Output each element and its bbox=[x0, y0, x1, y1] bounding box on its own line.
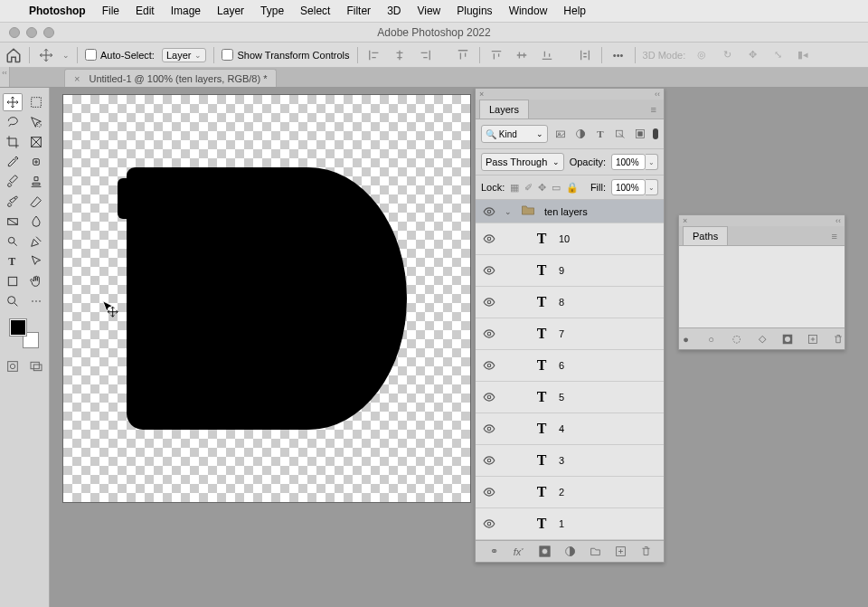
add-mask-path-icon[interactable] bbox=[781, 333, 794, 346]
type-tool[interactable]: T bbox=[3, 252, 23, 270]
menu-image[interactable]: Image bbox=[171, 5, 201, 17]
3d-slide-icon[interactable]: ⤡ bbox=[769, 46, 787, 64]
menu-select[interactable]: Select bbox=[300, 5, 330, 17]
dodge-tool[interactable] bbox=[3, 232, 23, 251]
collapse-panel-icon[interactable]: ‹‹ bbox=[655, 90, 660, 99]
quick-select-tool[interactable] bbox=[26, 113, 46, 131]
move-tool[interactable] bbox=[3, 93, 23, 111]
layer-item[interactable]: T9 bbox=[476, 255, 664, 287]
canvas-area[interactable]: ×‹‹ Layers ≡ 🔍 Kind⌄ T Pas bbox=[50, 88, 868, 607]
close-tab-icon[interactable]: × bbox=[74, 73, 80, 84]
layer-fx-icon[interactable]: fx˅ bbox=[513, 545, 525, 558]
menu-layer[interactable]: Layer bbox=[217, 5, 244, 17]
zoom-tool[interactable] bbox=[3, 292, 23, 310]
layer-item[interactable]: T7 bbox=[476, 318, 664, 350]
brush-tool[interactable] bbox=[3, 173, 23, 191]
fill-input[interactable]: 100% bbox=[611, 179, 646, 195]
menu-type[interactable]: Type bbox=[260, 5, 284, 17]
close-panel-icon[interactable]: × bbox=[683, 216, 687, 225]
foreground-color[interactable] bbox=[10, 319, 26, 336]
fill-path-icon[interactable]: ● bbox=[680, 333, 693, 346]
document-canvas[interactable] bbox=[63, 95, 470, 502]
visibility-icon[interactable] bbox=[483, 205, 495, 218]
layer-group[interactable]: ⌄ ten layers bbox=[476, 200, 664, 223]
blur-tool[interactable] bbox=[26, 213, 46, 231]
pen-tool[interactable] bbox=[26, 232, 46, 251]
lock-position-icon[interactable]: ✥ bbox=[538, 182, 546, 194]
quickmask-toggle[interactable] bbox=[3, 357, 23, 375]
stroke-path-icon[interactable]: ○ bbox=[705, 333, 718, 346]
fill-caret[interactable]: ⌄ bbox=[646, 179, 658, 195]
auto-select-checkbox[interactable]: Auto-Select: bbox=[85, 49, 155, 61]
menu-help[interactable]: Help bbox=[563, 5, 586, 17]
layer-name[interactable]: 4 bbox=[559, 423, 564, 434]
visibility-icon[interactable] bbox=[483, 296, 495, 308]
paths-panel-menu-icon[interactable]: ≡ bbox=[823, 227, 844, 245]
frame-tool[interactable] bbox=[26, 133, 46, 151]
opacity-caret[interactable]: ⌄ bbox=[646, 154, 658, 170]
gradient-tool[interactable] bbox=[3, 213, 23, 231]
distribute-top-icon[interactable] bbox=[487, 46, 505, 64]
layer-name[interactable]: 10 bbox=[559, 233, 570, 244]
lock-artboard-icon[interactable]: ▭ bbox=[552, 182, 561, 194]
home-icon[interactable] bbox=[5, 47, 22, 63]
layer-name[interactable]: 9 bbox=[559, 265, 564, 276]
delete-layer-icon[interactable] bbox=[639, 545, 652, 558]
layer-item[interactable]: T5 bbox=[476, 382, 664, 413]
eyedropper-tool[interactable] bbox=[3, 153, 23, 171]
layers-tab[interactable]: Layers bbox=[479, 100, 529, 119]
filter-type-icon[interactable]: T bbox=[593, 127, 608, 141]
align-left-icon[interactable] bbox=[365, 46, 383, 64]
layer-name[interactable]: 7 bbox=[559, 328, 564, 339]
shape-tool[interactable] bbox=[3, 272, 23, 290]
auto-select-target-dropdown[interactable]: Layer⌄ bbox=[162, 48, 207, 62]
close-window-button[interactable] bbox=[9, 27, 20, 38]
more-options-icon[interactable]: ••• bbox=[609, 46, 627, 64]
menu-3d[interactable]: 3D bbox=[387, 5, 401, 17]
layer-item[interactable]: T1 bbox=[476, 508, 664, 540]
new-adjustment-icon[interactable] bbox=[563, 545, 576, 558]
visibility-icon[interactable] bbox=[483, 327, 495, 340]
blend-mode-dropdown[interactable]: Pass Through⌄ bbox=[481, 153, 564, 171]
new-path-icon[interactable] bbox=[807, 333, 819, 346]
layer-item[interactable]: T8 bbox=[476, 287, 664, 318]
tool-preset-caret[interactable]: ⌄ bbox=[62, 51, 70, 60]
visibility-icon[interactable] bbox=[483, 422, 495, 435]
menu-view[interactable]: View bbox=[417, 5, 440, 17]
selection-to-path-icon[interactable]: ◇ bbox=[756, 333, 769, 346]
visibility-icon[interactable] bbox=[483, 232, 495, 245]
zoom-window-button[interactable] bbox=[43, 27, 54, 38]
path-to-selection-icon[interactable]: ◌ bbox=[731, 333, 743, 346]
layer-name[interactable]: 1 bbox=[559, 518, 564, 529]
paths-panel-header[interactable]: ×‹‹ bbox=[679, 215, 844, 226]
align-right-icon[interactable] bbox=[416, 46, 434, 64]
layer-item[interactable]: T3 bbox=[476, 445, 664, 477]
lock-transparency-icon[interactable]: ▦ bbox=[510, 182, 519, 194]
minimize-window-button[interactable] bbox=[26, 27, 37, 38]
menu-file[interactable]: File bbox=[102, 5, 119, 17]
healing-tool[interactable] bbox=[26, 153, 46, 171]
new-group-icon[interactable] bbox=[589, 545, 601, 558]
new-layer-icon[interactable] bbox=[614, 545, 627, 558]
filter-adjust-icon[interactable] bbox=[573, 127, 588, 141]
group-caret-icon[interactable]: ⌄ bbox=[505, 207, 512, 216]
3d-orbit-icon[interactable]: ◎ bbox=[693, 46, 711, 64]
visibility-icon[interactable] bbox=[483, 264, 495, 277]
marquee-tool[interactable] bbox=[26, 93, 46, 111]
filter-smart-icon[interactable] bbox=[633, 127, 647, 141]
document-tab[interactable]: × Untitled-1 @ 100% (ten layers, RGB/8) … bbox=[64, 69, 277, 87]
filter-pixel-icon[interactable] bbox=[553, 127, 568, 141]
layer-name[interactable]: 3 bbox=[559, 455, 564, 466]
path-select-tool[interactable] bbox=[26, 252, 46, 270]
stamp-tool[interactable] bbox=[26, 173, 46, 191]
color-swatches[interactable] bbox=[10, 319, 39, 348]
align-top-icon[interactable] bbox=[454, 46, 472, 64]
3d-roll-icon[interactable]: ↻ bbox=[718, 46, 736, 64]
layer-name[interactable]: 6 bbox=[559, 360, 564, 371]
menu-window[interactable]: Window bbox=[509, 5, 548, 17]
hand-tool[interactable] bbox=[26, 272, 46, 290]
layers-panel-menu-icon[interactable]: ≡ bbox=[642, 100, 664, 119]
show-transform-checkbox[interactable]: Show Transform Controls bbox=[222, 49, 349, 61]
layer-item[interactable]: T2 bbox=[476, 477, 664, 508]
history-brush-tool[interactable] bbox=[3, 193, 23, 211]
